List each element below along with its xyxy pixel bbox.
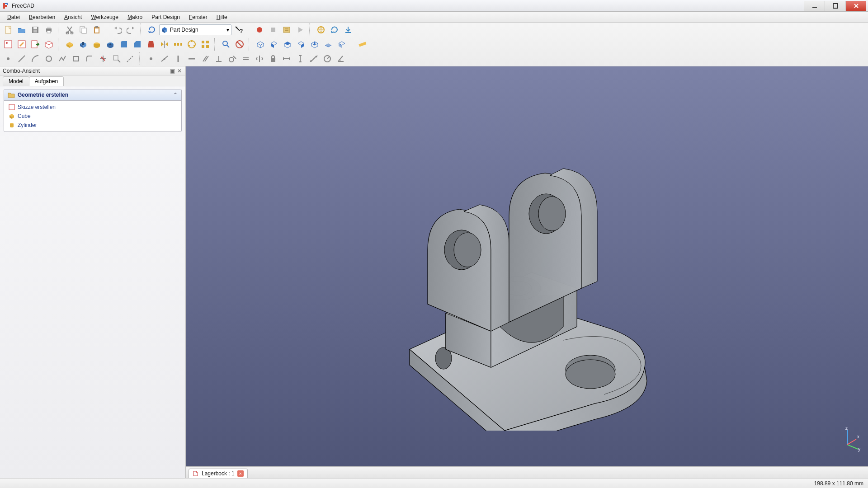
macro-play-icon[interactable]: [294, 23, 307, 36]
svg-rect-37: [202, 41, 204, 43]
panel-close-icon[interactable]: ✕: [176, 68, 183, 74]
menu-file[interactable]: Datei: [3, 13, 24, 21]
constraint-point-on-icon[interactable]: [158, 52, 171, 65]
refresh-icon[interactable]: [146, 23, 158, 36]
pad-icon[interactable]: [63, 38, 76, 51]
new-sketch-icon[interactable]: [2, 38, 14, 51]
dropdown-caret-icon: ▾: [226, 27, 229, 33]
minimize-button[interactable]: [804, 1, 825, 11]
constraint-lock-icon[interactable]: [267, 52, 279, 65]
menu-edit[interactable]: Bearbeiten: [24, 13, 60, 21]
constraint-radius-icon[interactable]: [321, 52, 334, 65]
sketch-construction-icon[interactable]: [124, 52, 137, 65]
download-icon[interactable]: [342, 23, 354, 36]
undo-icon[interactable]: [111, 23, 124, 36]
folder-icon: [8, 91, 15, 99]
svg-rect-7: [47, 27, 51, 28]
sketch-external-icon[interactable]: [110, 52, 123, 65]
panel-float-icon[interactable]: ▣: [169, 68, 175, 74]
chamfer-icon[interactable]: [131, 38, 144, 51]
close-button[interactable]: [845, 1, 866, 11]
tab-tasks[interactable]: Aufgaben: [29, 76, 64, 86]
sketch-circle-icon[interactable]: [42, 52, 55, 65]
constraint-parallel-icon[interactable]: [199, 52, 212, 65]
constraint-angle-icon[interactable]: [335, 52, 347, 65]
menu-help[interactable]: Hilfe: [212, 13, 232, 21]
web-home-icon[interactable]: [315, 23, 327, 36]
document-tab-close-icon[interactable]: ×: [237, 470, 244, 477]
constraint-symmetric-icon[interactable]: [253, 52, 266, 65]
svg-point-44: [7, 57, 9, 60]
constraint-vdist-icon[interactable]: [294, 52, 307, 65]
constraint-horizontal-icon[interactable]: [185, 52, 198, 65]
new-file-icon[interactable]: [2, 23, 14, 36]
constraint-vertical-icon[interactable]: [172, 52, 184, 65]
whats-this-icon[interactable]: ?: [232, 23, 245, 36]
maximize-button[interactable]: [825, 1, 845, 11]
menu-window[interactable]: Fenster: [184, 13, 212, 21]
draw-style-icon[interactable]: [233, 38, 246, 51]
paste-icon[interactable]: [90, 23, 103, 36]
map-sketch-icon[interactable]: [42, 38, 55, 51]
menu-tools[interactable]: Werkzeuge: [86, 13, 123, 21]
menu-macro[interactable]: Makro: [123, 13, 147, 21]
fillet-icon[interactable]: [118, 38, 130, 51]
linear-pattern-icon[interactable]: [172, 38, 184, 51]
mirrored-icon[interactable]: [158, 38, 171, 51]
copy-icon[interactable]: [77, 23, 90, 36]
print-icon[interactable]: [42, 23, 55, 36]
menu-part[interactable]: Part Design: [147, 13, 184, 21]
view-iso-icon[interactable]: [254, 38, 267, 51]
leave-sketch-icon[interactable]: [29, 38, 42, 51]
task-item-cube[interactable]: Cube: [4, 112, 181, 121]
groove-icon[interactable]: [104, 38, 117, 51]
task-item-sketch[interactable]: Skizze erstellen: [4, 103, 181, 112]
constraint-equal-icon[interactable]: [240, 52, 252, 65]
measure-icon[interactable]: [356, 38, 369, 51]
sketch-trim-icon[interactable]: [97, 52, 109, 65]
view-right-icon[interactable]: [295, 38, 307, 51]
polar-pattern-icon[interactable]: [185, 38, 198, 51]
macro-stop-icon[interactable]: [267, 23, 279, 36]
svg-rect-53: [9, 104, 14, 110]
tab-model[interactable]: Model: [3, 76, 29, 86]
3d-viewport[interactable]: z y x Lagerbock : 1 ×: [186, 66, 868, 478]
view-bottom-icon[interactable]: [322, 38, 335, 51]
constraint-perpendicular-icon[interactable]: [212, 52, 225, 65]
workbench-icon: [161, 26, 168, 33]
workbench-select[interactable]: Part Design ▾: [159, 24, 231, 35]
sketch-fillet-icon[interactable]: [83, 52, 96, 65]
revolution-icon[interactable]: [90, 38, 103, 51]
svg-rect-4: [33, 27, 37, 29]
task-item-cylinder[interactable]: Zylinder: [4, 121, 181, 130]
pocket-icon[interactable]: [77, 38, 90, 51]
sketch-point-icon[interactable]: [2, 52, 14, 65]
task-group-header[interactable]: Geometrie erstellen ⌃: [4, 89, 181, 101]
sketch-polyline-icon[interactable]: [56, 52, 69, 65]
save-icon[interactable]: [29, 23, 42, 36]
view-front-icon[interactable]: [268, 38, 280, 51]
document-tab[interactable]: Lagerbock : 1 ×: [189, 469, 248, 478]
redo-icon[interactable]: [125, 23, 137, 36]
constraint-tangent-icon[interactable]: [226, 52, 239, 65]
open-file-icon[interactable]: [15, 23, 28, 36]
constraint-length-icon[interactable]: [307, 52, 320, 65]
sketch-line-icon[interactable]: [15, 52, 28, 65]
body: Combo-Ansicht ▣ ✕ Model Aufgaben Geometr…: [0, 66, 868, 478]
draft-icon[interactable]: [145, 38, 157, 51]
cut-icon[interactable]: [63, 23, 76, 36]
view-left-icon[interactable]: [335, 38, 348, 51]
sketch-arc-icon[interactable]: [29, 52, 42, 65]
view-top-icon[interactable]: [281, 38, 294, 51]
macro-list-icon[interactable]: [280, 23, 293, 36]
fit-all-icon[interactable]: [220, 38, 232, 51]
edit-sketch-icon[interactable]: [15, 38, 28, 51]
constraint-coincident-icon[interactable]: [145, 52, 157, 65]
macro-record-icon[interactable]: [253, 23, 266, 36]
constraint-hdist-icon[interactable]: [280, 52, 293, 65]
menu-view[interactable]: Ansicht: [60, 13, 86, 21]
view-rear-icon[interactable]: [308, 38, 321, 51]
multitransform-icon[interactable]: [199, 38, 212, 51]
sketch-rectangle-icon[interactable]: [70, 52, 82, 65]
web-refresh-icon[interactable]: [328, 23, 341, 36]
